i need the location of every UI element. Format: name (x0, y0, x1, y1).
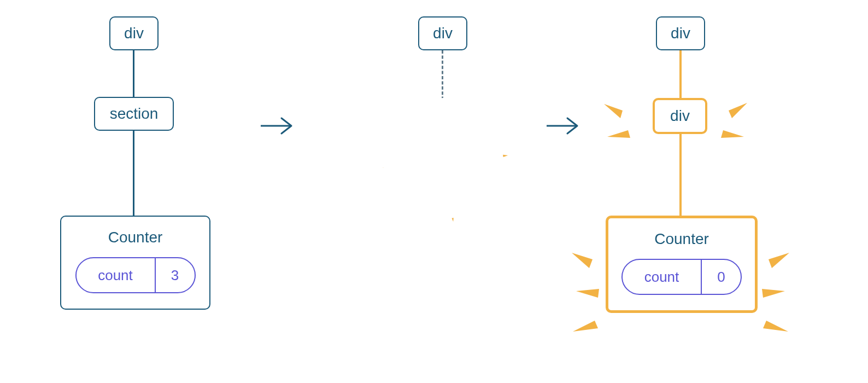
counter-right: Counter count 0 (606, 216, 758, 313)
node-right-root: div (656, 16, 705, 50)
svg-marker-21 (762, 289, 785, 298)
svg-marker-14 (607, 130, 630, 138)
count-value: 0 (702, 260, 741, 294)
svg-marker-13 (604, 104, 623, 118)
label: div (124, 25, 144, 42)
label: section (110, 105, 159, 123)
svg-marker-18 (576, 289, 599, 298)
arrow-right-1-icon (260, 115, 298, 137)
node-left-root: div (109, 16, 159, 50)
svg-marker-20 (769, 253, 789, 268)
poof-box (375, 91, 511, 227)
svg-marker-19 (573, 321, 598, 332)
count-pill: count 0 (621, 259, 742, 295)
node-right-middle: div (653, 98, 707, 134)
svg-marker-22 (763, 321, 788, 332)
count-value: 3 (156, 258, 195, 292)
edge-right-2 (679, 134, 682, 216)
label: div (671, 25, 690, 42)
label: div (670, 107, 690, 125)
svg-marker-1 (25, 295, 45, 303)
edge-left-1 (133, 50, 134, 97)
counter-left: Counter count 3 (60, 216, 210, 310)
count-label: count (623, 260, 702, 294)
svg-marker-15 (729, 103, 747, 118)
count-pill: count 3 (75, 257, 196, 293)
counter-title: Counter (108, 229, 163, 246)
node-left-section: section (94, 97, 174, 131)
svg-marker-16 (721, 130, 744, 138)
label: div (433, 25, 453, 42)
counter-title: Counter (654, 230, 709, 248)
node-mid-root: div (418, 16, 467, 50)
edge-left-2 (133, 131, 134, 216)
svg-marker-0 (19, 267, 38, 280)
svg-marker-2 (20, 322, 43, 332)
edge-mid-dashed (442, 50, 443, 105)
count-label: count (77, 258, 156, 292)
arrow-right-2-icon (546, 115, 584, 137)
svg-marker-17 (572, 253, 593, 268)
